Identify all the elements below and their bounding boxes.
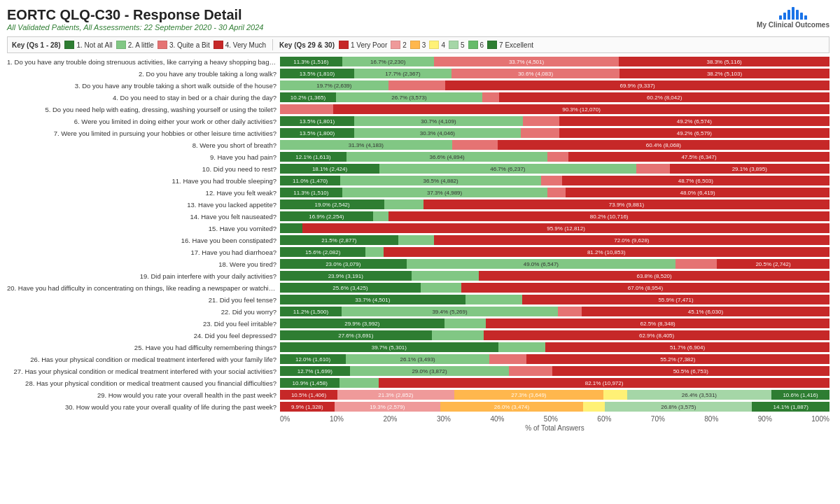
bar-segment: 23.0% (3,079) [280, 259, 407, 269]
chart-row: 30. How would you rate your overall qual… [7, 401, 830, 412]
bar-container: 23.9% (3,191)63.8% (8,520) [280, 271, 830, 281]
bar-segment [541, 176, 562, 186]
bar-segment [603, 390, 627, 400]
chart-row: 10. Did you need to rest?18.1% (2,424)46… [7, 163, 830, 174]
bar-segment [636, 164, 670, 174]
bar-segment: 45.1% (6,030) [582, 307, 830, 316]
bar-segment [388, 80, 446, 90]
bar-segment: 12.1% (1,613) [280, 152, 346, 162]
question-label: 27. Has your physical condition or medic… [7, 368, 280, 375]
bar-segment: 11.3% (1,516) [280, 57, 342, 66]
question-label: 8. Were you short of breath? [7, 141, 280, 149]
chart-row: 3. Do you have any trouble taking a shor… [7, 80, 830, 91]
key2-item: 4 [429, 41, 445, 49]
logo-text: My Clinical Outcomes [757, 21, 830, 29]
bar-segment: 16.7% (2,230) [342, 57, 434, 66]
key2-item: 6 [468, 41, 484, 49]
key1-item: 2. A little [116, 41, 154, 49]
bar-segment [523, 116, 559, 126]
bar-segment [421, 283, 461, 293]
bar-segment: 37.3% (4,989) [342, 188, 547, 197]
bar-container: 12.1% (1,613)36.6% (4,894)47.5% (6,347) [280, 152, 830, 162]
question-label: 2. Do you have any trouble taking a long… [7, 70, 280, 78]
bar-segment [489, 354, 526, 364]
key2-item: 3 [410, 41, 426, 49]
bar-segment: 12.0% (1,610) [280, 354, 346, 364]
question-label: 14. Have you felt nauseated? [7, 213, 280, 220]
chart-row: 18. Were you tired?23.0% (3,079)49.0% (6… [7, 258, 830, 270]
bar-segment [340, 378, 379, 388]
question-label: 21. Did you feel tense? [7, 296, 280, 304]
bar-container: 21.5% (2,877)72.0% (9,628) [280, 235, 830, 245]
chart-row: 25. Have you had difficulty remembering … [7, 342, 830, 353]
x-axis-label: 40% [490, 415, 504, 423]
bar-segment: 25.6% (3,425) [280, 283, 421, 293]
x-axis-title: % of Total Answers [7, 424, 830, 432]
chart-row: 19. Did pain interfere with your daily a… [7, 270, 830, 281]
bar-container: 11.3% (1,510)37.3% (4,989)48.0% (6,419) [280, 188, 830, 197]
question-label: 1. Do you have any trouble doing strenuo… [7, 58, 280, 66]
bar-segment: 21.3% (2,852) [337, 390, 454, 400]
chart-row: 17. Have you had diarrhoea?15.6% (2,082)… [7, 246, 830, 258]
bar-segment: 30.7% (4,109) [354, 116, 523, 126]
bar-container: 13.5% (1,810)17.7% (2,367)30.6% (4,083)3… [280, 69, 830, 78]
bar-segment [521, 128, 559, 138]
question-label: 30. How would you rate your overall qual… [7, 403, 280, 411]
bar-segment: 23.9% (3,191) [280, 271, 412, 281]
question-label: 10. Did you need to rest? [7, 165, 280, 173]
bar-segment [452, 140, 498, 150]
bar-segment: 27.6% (3,691) [280, 330, 432, 340]
question-label: 6. Were you limited in doing either your… [7, 118, 280, 125]
bar-segment: 60.4% (8,068) [498, 140, 830, 150]
bar-segment: 39.4% (5,269) [342, 307, 558, 316]
bar-segment: 29.0% (3,872) [350, 366, 510, 376]
bar-segment: 18.1% (2,424) [280, 164, 379, 174]
bar-segment: 14.1% (1,887) [752, 402, 830, 412]
x-axis-row: 0%10%20%30%40%50%60%70%80%90%100% [7, 415, 830, 423]
bar-segment: 55.9% (7,471) [522, 295, 830, 304]
bar-segment: 48.7% (6,503) [562, 176, 830, 186]
bar-container: 23.0% (3,079)49.0% (6,547)20.5% (2,742) [280, 259, 830, 269]
bar-container: 13.5% (1,800)30.3% (4,046)49.2% (6,579) [280, 128, 830, 138]
bar-segment: 26.1% (3,493) [346, 354, 489, 364]
bar-segment: 30.6% (4,083) [451, 69, 620, 78]
bar-container: 10.2% (1,365)26.7% (3,573)60.2% (8,042) [280, 92, 830, 102]
chart-row: 24. Did you feel depressed?27.6% (3,691)… [7, 330, 830, 341]
bar-segment: 50.5% (6,753) [552, 366, 830, 376]
chart-row: 2. Do you have any trouble taking a long… [7, 68, 830, 79]
key2-item: 7 Excellent [487, 41, 533, 49]
bar-container: 19.7% (2,639)69.9% (9,337) [280, 80, 830, 90]
bar-segment [558, 307, 582, 316]
bar-segment: 39.7% (5,301) [280, 342, 498, 352]
chart-row: 5. Do you need help with eating, dressin… [7, 104, 830, 115]
chart-row: 9. Have you had pain?12.1% (1,613)36.6% … [7, 151, 830, 162]
question-label: 24. Did you feel depressed? [7, 332, 280, 340]
question-label: 20. Have you had difficulty in concentra… [7, 284, 280, 292]
bar-container: 33.7% (4,501)55.9% (7,471) [280, 295, 830, 304]
page-title: EORTC QLQ-C30 - Response Detail [7, 7, 263, 23]
bar-container: 39.7% (5,301)51.7% (6,904) [280, 342, 830, 352]
x-axis-label: 90% [758, 415, 772, 423]
bar-container: 13.5% (1,801)30.7% (4,109)49.2% (6,574) [280, 116, 830, 126]
bar-segment: 72.0% (9,628) [434, 235, 830, 245]
chart-row: 20. Have you had difficulty in concentra… [7, 282, 830, 293]
key2-item: 2 [391, 41, 407, 49]
bar-segment: 82.1% (10,972) [379, 378, 830, 388]
chart-row: 22. Did you worry?11.2% (1,500)39.4% (5,… [7, 306, 830, 317]
bar-segment: 48.0% (6,419) [566, 188, 830, 197]
bar-segment: 31.3% (4,183) [280, 140, 452, 150]
question-label: 19. Did pain interfere with your daily a… [7, 272, 280, 280]
chart-row: 29. How would you rate your overall heal… [7, 389, 830, 400]
x-axis-label: 60% [597, 415, 611, 423]
question-label: 12. Have you felt weak? [7, 189, 280, 197]
bar-segment: 55.2% (7,382) [526, 354, 830, 364]
bar-segment: 49.2% (6,574) [559, 116, 830, 126]
question-label: 26. Has your physical condition or medic… [7, 356, 280, 363]
question-label: 15. Have you vomited? [7, 225, 280, 232]
bar-segment: 95.9% (12,812) [302, 223, 830, 233]
bar-segment [280, 223, 302, 233]
chart-row: 23. Did you feel irritable?29.9% (3,992)… [7, 318, 830, 329]
question-label: 7. Were you limited in pursuing your hob… [7, 130, 280, 137]
page-container: EORTC QLQ-C30 - Response Detail All Vali… [0, 0, 840, 439]
page-subtitle: All Validated Patients, All Assessments:… [7, 23, 263, 31]
